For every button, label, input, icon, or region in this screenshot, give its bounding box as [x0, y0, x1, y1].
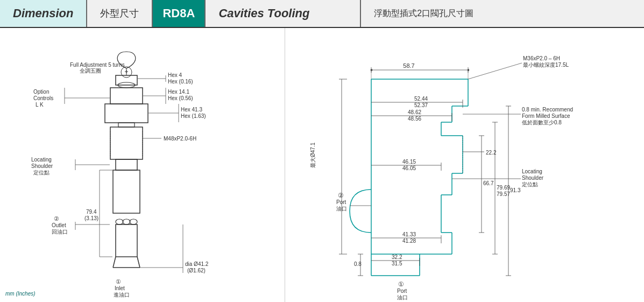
svg-line-14 [113, 257, 116, 268]
svg-text:最大Ø47.1: 最大Ø47.1 [310, 142, 316, 168]
svg-text:79.4: 79.4 [86, 209, 97, 215]
svg-text:Shoulder: Shoulder [522, 175, 544, 181]
svg-text:41.28: 41.28 [402, 238, 416, 244]
svg-text:dia Ø41.2: dia Ø41.2 [185, 261, 209, 267]
header-cavities: Cavities Tooling [206, 0, 361, 27]
svg-text:Shoulder: Shoulder [31, 163, 53, 169]
svg-text:②: ② [338, 192, 344, 199]
svg-rect-2 [110, 88, 143, 104]
svg-text:46.15: 46.15 [402, 159, 416, 165]
svg-text:回油口: 回油口 [52, 229, 68, 235]
svg-text:M48xP2.0-6H: M48xP2.0-6H [164, 136, 196, 142]
header-chinese2: 浮動型插式2口閥孔尺寸圖 [361, 0, 644, 27]
svg-rect-5 [110, 127, 143, 159]
cavities-drawing: 58.7 52.44 52.37 48.62 48.56 46.15 46.05… [285, 28, 644, 302]
svg-line-130 [468, 63, 522, 79]
svg-text:Inlet: Inlet [115, 285, 125, 291]
svg-text:(Ø1.62): (Ø1.62) [187, 268, 206, 273]
svg-point-10 [116, 219, 123, 224]
header-dimension: Dimension [0, 0, 87, 27]
svg-text:32.2: 32.2 [392, 254, 402, 260]
svg-text:31.5: 31.5 [392, 261, 402, 266]
svg-text:Full Adjustment 5 turns: Full Adjustment 5 turns [70, 62, 125, 68]
svg-text:48.62: 48.62 [408, 109, 421, 115]
svg-text:52.44: 52.44 [414, 96, 428, 102]
svg-rect-8 [116, 159, 137, 170]
svg-text:油口: 油口 [397, 294, 408, 300]
svg-text:Hex (0.56): Hex (0.56) [168, 95, 193, 101]
svg-text:Hex (1.63): Hex (1.63) [181, 113, 206, 119]
svg-text:91.3: 91.3 [510, 187, 521, 193]
mm-inches-text: mm (Inches) [5, 291, 36, 297]
chinese2-label: 浮動型插式2口閥孔尺寸圖 [374, 8, 473, 19]
svg-text:Hex 14.1: Hex 14.1 [168, 89, 189, 95]
svg-point-11 [123, 219, 130, 224]
svg-text:L  K: L K [36, 102, 44, 108]
svg-rect-9 [113, 170, 140, 213]
svg-rect-13 [116, 224, 137, 257]
svg-text:①: ① [398, 280, 404, 288]
svg-text:①: ① [116, 278, 121, 285]
svg-text:定位點: 定位點 [522, 181, 538, 187]
header-rd8a: RD8A [153, 0, 206, 27]
svg-text:52.37: 52.37 [414, 102, 428, 108]
svg-text:Port: Port [336, 199, 346, 205]
svg-text:58.7: 58.7 [403, 62, 414, 69]
header-bar: Dimension 外型尺寸 RD8A Cavities Tooling 浮動型… [0, 0, 644, 28]
left-panel: Full Adjustment 5 turns 全調五圈 Hex 4 Hex (… [0, 28, 285, 302]
rd8a-label: RD8A [162, 6, 195, 20]
svg-text:全調五圈: 全調五圈 [80, 68, 101, 74]
svg-text:Hex 41.3: Hex 41.3 [181, 107, 202, 113]
right-panel: 58.7 52.44 52.37 48.62 48.56 46.15 46.05… [285, 28, 644, 302]
svg-text:Option: Option [33, 89, 49, 95]
svg-text:(3.13): (3.13) [84, 215, 98, 221]
svg-text:Locating: Locating [522, 168, 542, 174]
svg-text:M36xP2.0 – 6H: M36xP2.0 – 6H [523, 55, 560, 61]
svg-text:Locating: Locating [31, 157, 52, 163]
svg-text:Port: Port [397, 288, 407, 294]
svg-text:0.8 min. Recommend: 0.8 min. Recommend [522, 107, 573, 113]
svg-text:41.33: 41.33 [402, 231, 416, 237]
svg-text:Hex 4: Hex 4 [168, 72, 182, 78]
chinese1-label: 外型尺寸 [100, 7, 139, 20]
svg-text:最小螺紋深度17.5L: 最小螺紋深度17.5L [523, 62, 569, 68]
svg-point-12 [130, 219, 137, 224]
svg-text:進油口: 進油口 [114, 292, 130, 298]
dimension-drawing: Full Adjustment 5 turns 全調五圈 Hex 4 Hex (… [0, 28, 285, 302]
svg-text:Hex (0.16): Hex (0.16) [168, 79, 193, 85]
dimension-label: Dimension [13, 6, 73, 20]
header-chinese1: 外型尺寸 [87, 0, 153, 27]
svg-text:定位點: 定位點 [33, 170, 49, 175]
svg-text:低於面數至少0.8: 低於面數至少0.8 [522, 120, 562, 125]
svg-line-15 [137, 257, 140, 268]
svg-text:46.05: 46.05 [402, 165, 416, 171]
mm-label: mm (Inches) [5, 291, 36, 297]
svg-rect-3 [105, 104, 148, 123]
svg-text:Form Milled Surface: Form Milled Surface [522, 113, 570, 119]
svg-text:66.7: 66.7 [483, 180, 494, 186]
svg-text:Outlet: Outlet [52, 222, 66, 228]
svg-text:油口: 油口 [336, 206, 347, 212]
svg-rect-4 [118, 123, 135, 127]
svg-text:Controls: Controls [33, 95, 53, 101]
main-content: Full Adjustment 5 turns 全調五圈 Hex 4 Hex (… [0, 28, 644, 302]
cavities-label: Cavities Tooling [218, 6, 309, 20]
svg-text:0.8: 0.8 [354, 261, 362, 267]
svg-text:48.56: 48.56 [408, 116, 421, 122]
svg-text:②: ② [54, 215, 59, 222]
